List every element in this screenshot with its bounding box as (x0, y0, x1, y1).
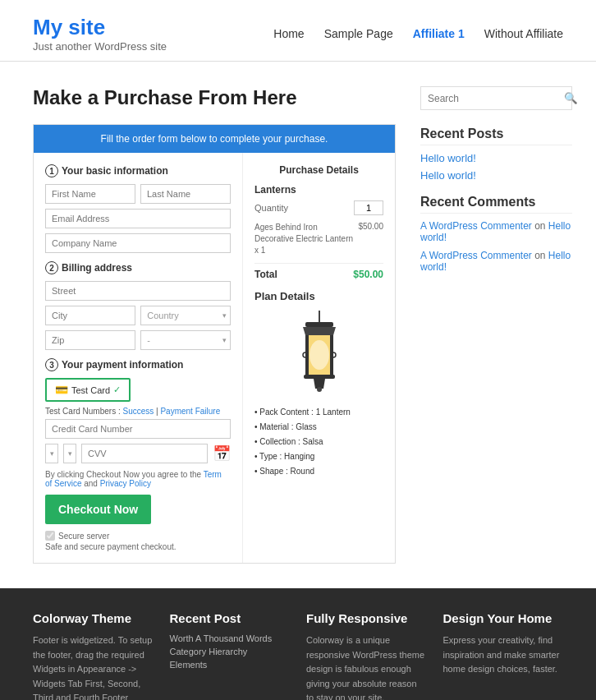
recent-comments-title: Recent Comments (420, 195, 572, 214)
plan-detail-item: • Type : Hanging (254, 449, 383, 464)
quantity-label: Quantity (254, 203, 288, 213)
test-card-info: Test Card Numbers : Success | Payment Fa… (45, 407, 231, 416)
header: My site Just another WordPress site Home… (0, 0, 596, 62)
section1-num: 1 (45, 164, 58, 177)
company-input[interactable] (45, 233, 231, 253)
svg-point-6 (309, 340, 329, 370)
comment-1: A WordPress Commenter on Hello world! (420, 220, 572, 243)
first-name-input[interactable] (45, 184, 135, 204)
nav-sample-page[interactable]: Sample Page (324, 27, 393, 40)
zip-extra-wrapper: - ▾ (140, 330, 231, 350)
main-nav: Home Sample Page Affiliate 1 Without Aff… (273, 27, 563, 40)
product-desc: Ages Behind Iron Decorative Electric Lan… (254, 222, 358, 256)
svg-rect-7 (304, 375, 335, 379)
secure-row: Secure server (45, 531, 231, 541)
commenter-1-link[interactable]: A WordPress Commenter (420, 220, 532, 232)
terms-text: By clicking Checkout Now you agree to th… (45, 470, 231, 488)
recent-post-1[interactable]: Hello world! (420, 152, 572, 164)
name-row (45, 184, 231, 204)
main-content: Make a Purchase From Here Fill the order… (0, 62, 596, 588)
svg-marker-2 (303, 327, 336, 335)
comment-2: A WordPress Commenter on Hello world! (420, 250, 572, 273)
lantern-image (282, 311, 356, 397)
form-body: 1 Your basic information 2 Billing addre… (34, 153, 395, 563)
secure-desc: Safe and secure payment checkout. (45, 542, 231, 551)
test-card-failure-link[interactable]: Payment Failure (160, 407, 220, 416)
cvv-input[interactable] (81, 444, 208, 463)
form-container: Fill the order form below to complete yo… (33, 124, 396, 564)
year-select[interactable]: Year (63, 444, 76, 463)
footer-col1-title: Colorway Theme (33, 611, 154, 625)
street-input[interactable] (45, 281, 231, 301)
zip-extra-select[interactable]: - (140, 330, 231, 350)
site-name: My site (33, 15, 167, 40)
site-tagline: Just another WordPress site (33, 40, 167, 53)
search-input[interactable] (421, 87, 557, 109)
commenter-2-link[interactable]: A WordPress Commenter (420, 250, 532, 261)
email-input[interactable] (45, 209, 231, 228)
footer-col4-text: Express your creativity, find inspiratio… (443, 633, 564, 677)
year-select-wrapper: Year ▾ (63, 444, 76, 463)
section3-title: 3 Your payment information (45, 358, 231, 371)
sidebar: 🔍 Recent Posts Hello world! Hello world!… (420, 86, 572, 564)
plan-detail-item: • Shape : Round (254, 464, 383, 479)
secure-label: Secure server (58, 532, 109, 541)
footer-col2-link-1[interactable]: Worth A Thousand Words (170, 633, 291, 643)
section1-title: 1 Your basic information (45, 164, 231, 177)
lantern-svg (282, 311, 356, 397)
page-title: Make a Purchase From Here (33, 86, 396, 109)
footer-col2-link-2[interactable]: Category Hierarchy (170, 647, 291, 656)
footer-col-4: Design Your Home Express your creativity… (443, 611, 564, 700)
nav-home[interactable]: Home (273, 27, 304, 40)
quantity-input[interactable] (354, 200, 383, 215)
content-area: Make a Purchase From Here Fill the order… (33, 86, 396, 564)
total-price: $50.00 (353, 269, 383, 280)
zip-input[interactable] (45, 330, 135, 350)
calendar-icon: 📅 (213, 444, 231, 463)
recent-post-2[interactable]: Hello world! (420, 169, 572, 182)
footer-main: Colorway Theme Footer is widgetized. To … (0, 588, 596, 700)
footer-col-1: Colorway Theme Footer is widgetized. To … (33, 611, 154, 700)
footer-col4-title: Design Your Home (443, 611, 564, 625)
purchase-title: Purchase Details (254, 164, 383, 176)
test-card-button[interactable]: 💳 Test Card ✓ (45, 378, 131, 402)
product-name: Lanterns (254, 184, 383, 196)
footer-col-3: Fully Responsive Colorway is a unique re… (306, 611, 427, 700)
checkout-button[interactable]: Checkout Now (45, 495, 151, 524)
product-price: $50.00 (358, 222, 383, 256)
nav-affiliate1[interactable]: Affiliate 1 (413, 27, 465, 40)
form-right: Purchase Details Lanterns Quantity Ages … (243, 153, 395, 563)
country-select[interactable]: Country (140, 306, 231, 325)
site-title: My site Just another WordPress site (33, 15, 167, 53)
privacy-link[interactable]: Privacy Policy (100, 479, 151, 488)
footer-col3-text: Colorway is a unique responsive WordPres… (306, 633, 427, 700)
footer-col3-title: Fully Responsive (306, 611, 427, 625)
last-name-input[interactable] (140, 184, 231, 204)
recent-posts-title: Recent Posts (420, 127, 572, 145)
svg-rect-1 (305, 322, 333, 327)
footer-col2-link-3[interactable]: Elements (170, 660, 291, 670)
search-button[interactable]: 🔍 (557, 87, 585, 109)
city-country-row: Country ▾ (45, 306, 231, 325)
card-date-row: Month ▾ Year ▾ 📅 (45, 444, 231, 463)
plan-detail-item: • Pack Content : 1 Lantern (254, 405, 383, 420)
nav-without-affiliate[interactable]: Without Affiliate (484, 27, 563, 40)
credit-card-icon: 💳 (55, 384, 68, 396)
city-input[interactable] (45, 306, 135, 325)
search-box: 🔍 (420, 86, 572, 110)
test-card-success-link[interactable]: Success (122, 407, 154, 416)
cc-number-input[interactable] (45, 419, 231, 439)
section2-num: 2 (45, 261, 58, 274)
plan-details-list: • Pack Content : 1 Lantern • Material : … (254, 405, 383, 479)
month-select[interactable]: Month (45, 444, 58, 463)
total-label: Total (254, 269, 277, 280)
secure-checkbox (45, 531, 55, 541)
section2-title: 2 Billing address (45, 261, 231, 274)
month-select-wrapper: Month ▾ (45, 444, 58, 463)
svg-point-9 (317, 387, 322, 392)
country-select-wrapper: Country ▾ (140, 306, 231, 325)
plan-detail-item: • Material : Glass (254, 420, 383, 435)
price-row: Ages Behind Iron Decorative Electric Lan… (254, 222, 383, 256)
zip-row: - ▾ (45, 330, 231, 350)
footer-col1-text: Footer is widgetized. To setup the foote… (33, 633, 154, 700)
